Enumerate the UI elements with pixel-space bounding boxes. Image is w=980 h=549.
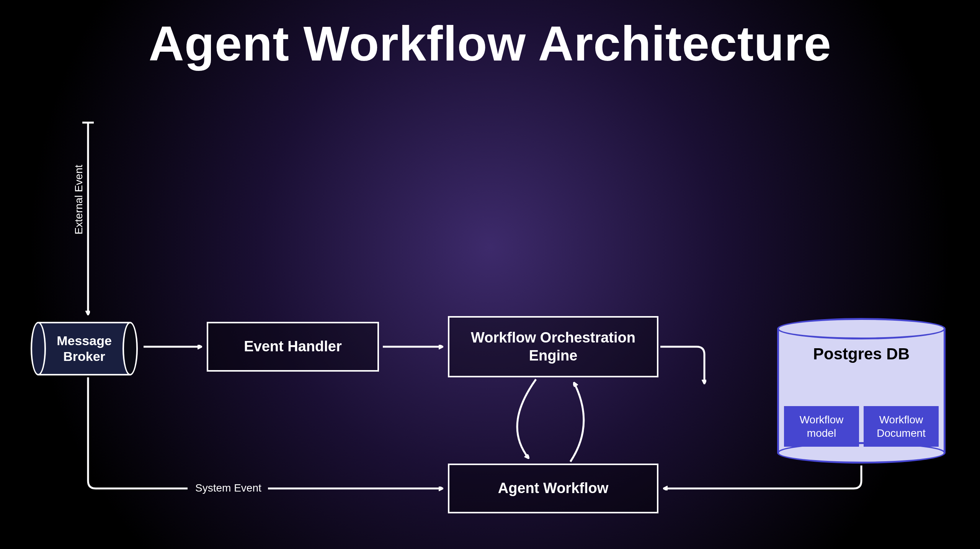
diagram-stage: Agent Workflow Architecture External Eve… — [0, 0, 980, 549]
agent-workflow-label: Agent Workflow — [498, 479, 609, 498]
message-broker-node: Message Broker — [31, 322, 138, 375]
arrow-db-to-agent — [664, 465, 861, 488]
orchestration-engine-node: Workflow Orchestration Engine — [448, 316, 658, 377]
cylinder-cap-icon — [31, 322, 46, 375]
event-handler-label: Event Handler — [244, 338, 342, 356]
postgres-db-label: Postgres DB — [777, 345, 946, 363]
arrow-orchestration-to-agent — [517, 379, 536, 458]
orchestration-engine-label: Workflow Orchestration Engine — [471, 329, 635, 365]
agent-workflow-node: Agent Workflow — [448, 464, 658, 513]
arrow-broker-system-seg1 — [88, 377, 188, 488]
db-table-workflow-model: Workflow model — [784, 406, 859, 447]
postgres-db-node: Postgres DB Workflow model Workflow Docu… — [777, 318, 946, 464]
arrow-agent-to-orchestration — [570, 383, 584, 462]
external-event-label: External Event — [73, 165, 85, 234]
arrow-orchestration-to-db — [660, 347, 704, 383]
cylinder-cap-icon — [777, 318, 946, 339]
diagram-title: Agent Workflow Architecture — [0, 15, 980, 72]
system-event-label: System Event — [195, 482, 261, 494]
db-table-workflow-document: Workflow Document — [864, 406, 939, 447]
cylinder-cap-icon — [122, 322, 138, 375]
message-broker-label: Message Broker — [57, 333, 112, 364]
event-handler-node: Event Handler — [207, 322, 379, 372]
